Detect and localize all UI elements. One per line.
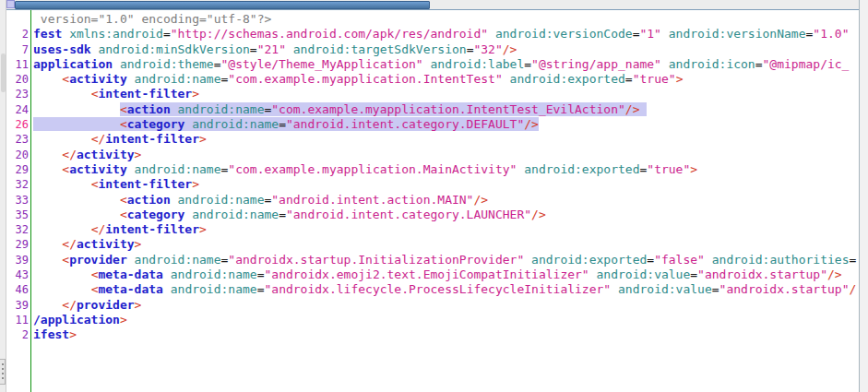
line-number: 2 [6,27,30,42]
code-text: ifest> [30,327,77,342]
line-number: 29 [6,162,30,177]
token: "true" [633,72,676,86]
token: = [163,27,171,41]
line-number: 11 [6,313,30,327]
selection-eol [639,102,647,116]
code-text: /application> [30,313,127,327]
token: activity [69,72,127,86]
selection-highlight: <action android:name="com.example.myappl… [120,102,647,116]
horizontal-scrollbar[interactable] [6,0,859,10]
token [33,267,91,281]
code-text: <activity android:name="com.example.myap… [30,72,683,87]
token: "androidx.emoji2.text.EmojiCompatInitial… [264,267,589,281]
token: = [849,253,856,267]
code-text: version="1.0" encoding="utf-8"?> [30,12,271,27]
token: android:name [135,162,221,176]
token: < [120,117,127,131]
token: android:minSdkVersion [98,42,249,56]
horizontal-scrollbar-thumb[interactable] [15,1,430,9]
token [33,298,62,312]
token: android:theme [120,57,214,71]
token: </ [62,237,77,251]
code-line: 46 <meta-data android:name="androidx.lif… [6,282,859,297]
token: "android.intent.action.MAIN" [271,193,473,207]
token: android:exported [524,162,639,176]
token [705,253,712,267]
token [127,253,135,267]
token: </ [91,222,106,236]
code-line: 39 <provider android:name="androidx.star… [6,253,859,267]
line-number: 20 [6,148,30,162]
code-text: <action android:name="com.example.myappl… [30,102,647,117]
token: activity [77,148,135,161]
token: version="1.0" encoding="utf-8"?> [33,12,271,26]
token: /> [524,117,539,131]
token: "com.example.myapplication.IntentTest_Ev… [271,102,625,116]
token: = [279,208,286,221]
token: /> [473,193,488,207]
line-number: 32 [6,222,30,237]
token [127,162,135,176]
token [171,102,178,116]
line-number: 24 [6,102,30,117]
token: > [192,177,199,191]
scrollbar-left-button[interactable] [6,0,15,8]
token: android:label [430,57,524,71]
token: fest [33,27,62,41]
token: intent-filter [105,132,199,146]
code-text: application android:theme="@style/Theme_… [30,57,849,72]
token: < [120,193,127,207]
line-number: 43 [6,267,30,282]
line-number: 7 [6,42,30,57]
code-text: </activity> [30,237,141,252]
code-area[interactable]: version="1.0" encoding="utf-8"?>2fest xm… [6,10,859,392]
line-number: 23 [6,87,30,101]
token: < [62,253,69,267]
token: > [199,222,207,236]
token: > [120,313,127,327]
token: "@mipmap/ic_ [763,57,850,71]
token: xmlns:android [69,27,163,41]
token: android:value [618,282,712,296]
token: android:exported [510,72,625,86]
token: "http://schemas.android.com/apk/res/andr… [171,27,488,41]
selection-highlight: <category android:name="android.intent.c… [33,117,539,131]
token: android:exported [531,253,647,267]
splitter-grip[interactable] [0,359,6,385]
token: > [192,87,199,101]
line-number: 35 [6,208,30,222]
token [661,57,669,71]
token: "21" [257,42,286,56]
code-line: 43 <meta-data android:name="androidx.emo… [6,267,859,282]
token: </ [91,132,106,146]
code-text: <activity android:name="com.example.myap… [30,162,697,177]
code-text: <category android:name="android.intent.c… [30,117,539,132]
token [286,42,293,56]
token: < [120,208,127,221]
token: < [120,102,127,116]
token: android:name [171,282,257,296]
code-line: 20 <activity android:name="com.example.m… [6,72,859,87]
left-splitter[interactable] [0,0,6,392]
line-number [6,12,30,27]
vertical-scrollbar[interactable] [859,0,868,392]
code-text: <meta-data android:name="androidx.emoji2… [30,267,842,282]
token [33,237,62,251]
token: / [849,282,856,296]
token: "@string/app_name" [531,57,661,71]
token [163,267,171,281]
token: provider [69,253,127,267]
token: > [690,162,697,176]
grip-dots-icon [2,363,4,381]
token: "androidx.lifecycle.ProcessLifecycleInit… [264,282,611,296]
token [33,177,91,191]
token: "androidx.startup" [719,282,850,296]
code-text: uses-sdk android:minSdkVersion="21" andr… [30,42,517,57]
line-number-current: 26 [6,117,30,132]
code-line: 39 </provider> [6,298,859,313]
token: android:name [178,102,265,116]
token: > [135,148,142,161]
token [171,193,178,207]
left-scrollbar-thumb[interactable] [1,53,6,92]
line-number: 20 [6,72,30,87]
